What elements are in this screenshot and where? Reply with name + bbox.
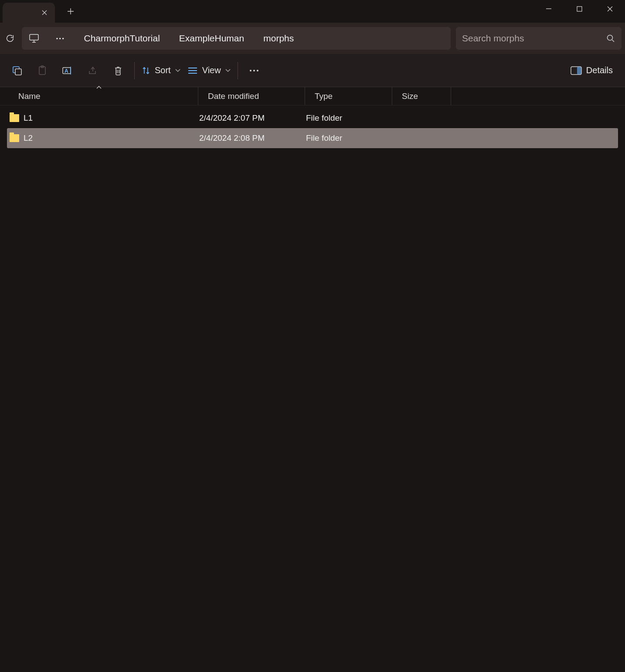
cut-icon[interactable] bbox=[4, 60, 30, 81]
sort-label: Sort bbox=[155, 65, 171, 75]
column-type-label: Type bbox=[315, 92, 333, 101]
details-label: Details bbox=[586, 65, 613, 75]
svg-rect-4 bbox=[15, 69, 21, 75]
svg-point-10 bbox=[253, 70, 255, 71]
maximize-button[interactable] bbox=[564, 0, 594, 17]
column-header-row: Name Date modified Type Size bbox=[0, 87, 625, 105]
breadcrumb-overflow[interactable]: ··· bbox=[52, 33, 68, 44]
more-icon[interactable] bbox=[241, 60, 267, 81]
delete-icon[interactable] bbox=[105, 60, 131, 81]
item-type: File folder bbox=[306, 133, 393, 143]
active-tab[interactable] bbox=[3, 3, 55, 23]
search-input[interactable] bbox=[462, 33, 606, 44]
svg-point-9 bbox=[250, 70, 251, 71]
column-header-size[interactable]: Size bbox=[392, 87, 451, 105]
details-pane-button[interactable]: Details bbox=[571, 65, 621, 75]
file-list: L1 2/4/2024 2:07 PM File folder L2 2/4/2… bbox=[0, 105, 625, 148]
column-header-date[interactable]: Date modified bbox=[198, 87, 305, 105]
svg-text:A: A bbox=[65, 68, 68, 74]
breadcrumb-item[interactable]: morphs bbox=[260, 33, 297, 44]
refresh-button[interactable] bbox=[3, 32, 17, 45]
close-window-button[interactable] bbox=[594, 0, 625, 17]
sort-ascending-icon bbox=[96, 85, 102, 89]
column-date-label: Date modified bbox=[208, 92, 259, 101]
search-icon[interactable] bbox=[606, 34, 615, 43]
close-tab-icon[interactable] bbox=[41, 9, 48, 16]
toolbar-separator bbox=[134, 62, 135, 79]
folder-row[interactable]: L2 2/4/2024 2:08 PM File folder bbox=[7, 128, 618, 148]
view-dropdown[interactable]: View bbox=[184, 65, 234, 75]
folder-row[interactable]: L1 2/4/2024 2:07 PM File folder bbox=[7, 108, 618, 128]
column-header-type[interactable]: Type bbox=[305, 87, 392, 105]
chevron-down-icon bbox=[175, 68, 180, 73]
view-icon bbox=[187, 67, 198, 75]
tabs-region bbox=[0, 0, 79, 23]
svg-rect-1 bbox=[30, 34, 38, 40]
share-icon bbox=[80, 60, 105, 81]
chevron-right-icon[interactable] bbox=[249, 34, 258, 43]
command-bar: A Sort View Details bbox=[0, 54, 625, 87]
svg-rect-13 bbox=[577, 67, 581, 75]
svg-point-2 bbox=[608, 35, 613, 41]
column-name-label: Name bbox=[18, 92, 41, 101]
breadcrumb-item[interactable]: CharmorphTutorial bbox=[81, 33, 163, 44]
search-box[interactable] bbox=[456, 27, 622, 50]
toolbar-separator bbox=[238, 62, 238, 79]
item-type: File folder bbox=[306, 113, 393, 123]
address-row: ··· CharmorphTutorial ExampleHuman morph… bbox=[0, 23, 625, 54]
chevron-right-icon[interactable] bbox=[70, 34, 79, 43]
item-name: L1 bbox=[24, 113, 33, 123]
breadcrumb-item[interactable]: ExampleHuman bbox=[176, 33, 248, 44]
copy-icon bbox=[30, 60, 55, 81]
chevron-down-icon bbox=[225, 68, 231, 73]
window-controls bbox=[533, 0, 625, 17]
chevron-right-icon[interactable] bbox=[165, 34, 174, 43]
details-pane-icon bbox=[571, 66, 582, 75]
svg-rect-0 bbox=[577, 7, 582, 11]
new-tab-button[interactable] bbox=[62, 3, 79, 20]
rename-icon[interactable]: A bbox=[55, 60, 80, 81]
svg-point-11 bbox=[257, 70, 258, 71]
view-label: View bbox=[202, 65, 221, 75]
chevron-right-icon[interactable] bbox=[42, 34, 51, 43]
this-pc-icon[interactable] bbox=[28, 32, 40, 44]
breadcrumb-bar[interactable]: ··· CharmorphTutorial ExampleHuman morph… bbox=[22, 27, 451, 50]
column-size-label: Size bbox=[402, 92, 418, 101]
folder-icon bbox=[10, 114, 19, 122]
item-date: 2/4/2024 2:08 PM bbox=[199, 133, 306, 143]
folder-icon bbox=[10, 134, 19, 142]
column-header-name[interactable]: Name bbox=[0, 87, 198, 105]
title-bar bbox=[0, 0, 625, 23]
sort-dropdown[interactable]: Sort bbox=[138, 65, 184, 75]
sort-icon bbox=[142, 66, 150, 75]
item-name: L2 bbox=[24, 133, 33, 143]
minimize-button[interactable] bbox=[533, 0, 564, 17]
chevron-right-icon[interactable] bbox=[299, 34, 308, 43]
item-date: 2/4/2024 2:07 PM bbox=[199, 113, 306, 123]
